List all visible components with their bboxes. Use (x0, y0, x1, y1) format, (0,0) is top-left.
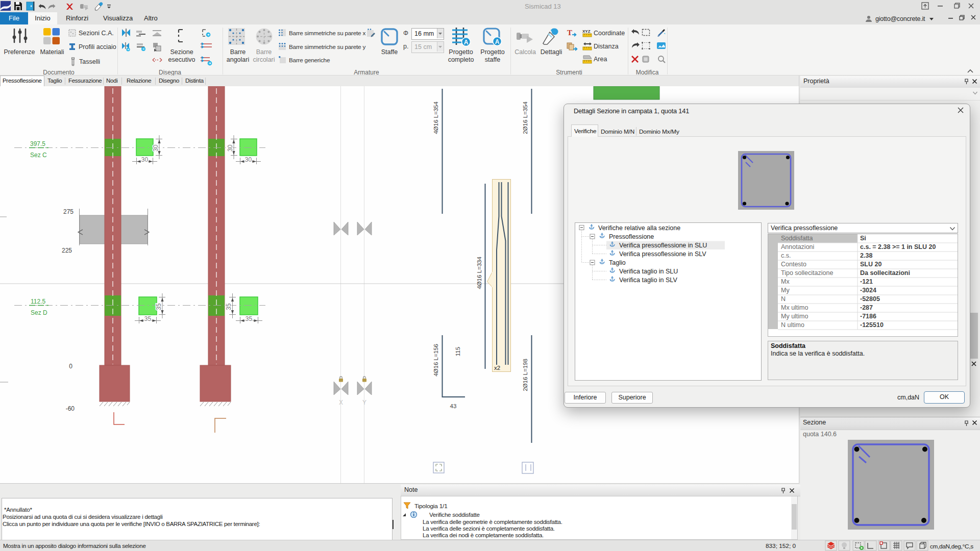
svg-text:Sez D: Sez D (31, 309, 47, 316)
svg-text:Y: Y (362, 399, 366, 406)
svg-text:SLU 20: SLU 20 (860, 261, 881, 268)
svg-text:4Ø16 L=354: 4Ø16 L=354 (433, 102, 439, 134)
svg-text:N: N (781, 295, 786, 303)
svg-text:397.5: 397.5 (30, 140, 45, 147)
svg-text:-3024: -3024 (860, 287, 876, 294)
svg-text:Da sollecitazioni: Da sollecitazioni (860, 269, 910, 277)
svg-text:Contesto: Contesto (781, 261, 806, 268)
svg-text:Si: Si (860, 235, 866, 242)
svg-text:My: My (781, 287, 790, 294)
svg-text:-7186: -7186 (860, 313, 876, 320)
svg-text:Sez C: Sez C (30, 152, 47, 159)
svg-text:c.s. = 2.38 >= 1 in SLU 20: c.s. = 2.38 >= 1 in SLU 20 (860, 243, 936, 251)
svg-text:30: 30 (245, 156, 252, 163)
svg-text:275: 275 (63, 208, 74, 215)
svg-text:35: 35 (155, 303, 162, 310)
svg-text:Mx ultimo: Mx ultimo (781, 304, 808, 311)
svg-text:X: X (339, 399, 343, 406)
svg-text:2Ø16 L=198: 2Ø16 L=198 (522, 359, 528, 391)
svg-text:43: 43 (450, 403, 457, 409)
svg-text:-121: -121 (860, 278, 873, 285)
svg-text:4Ø16 L=334: 4Ø16 L=334 (476, 257, 482, 289)
svg-text:My ultimo: My ultimo (781, 313, 808, 320)
svg-text:30: 30 (227, 144, 234, 152)
svg-text:Verifica pressoflessione in SL: Verifica pressoflessione in SLV (619, 251, 706, 258)
svg-text:T: T (567, 29, 572, 37)
svg-text:A: A (495, 38, 500, 45)
svg-text:A: A (464, 39, 469, 46)
svg-text:Verifica pressoflessione in SL: Verifica pressoflessione in SLU (619, 242, 707, 249)
svg-text:35: 35 (246, 315, 253, 322)
svg-text:2.38: 2.38 (860, 252, 872, 259)
svg-text:2Ø16 L=354: 2Ø16 L=354 (522, 102, 528, 134)
svg-text:Soddisfatta: Soddisfatta (781, 235, 813, 242)
svg-text:-125510: -125510 (860, 321, 884, 329)
svg-text:225: 225 (62, 247, 72, 254)
svg-text:Mx: Mx (781, 278, 790, 285)
svg-text:c.s.: c.s. (781, 252, 791, 259)
svg-text:Verifica taglio in SLU: Verifica taglio in SLU (619, 268, 678, 275)
svg-text:-287: -287 (860, 304, 873, 311)
svg-text:Tipo sollecitazione: Tipo sollecitazione (781, 269, 833, 277)
svg-text:Pressoflessione: Pressoflessione (609, 233, 654, 240)
svg-text:N ultimo: N ultimo (781, 321, 804, 329)
svg-text:112.5: 112.5 (31, 298, 45, 305)
svg-text:115: 115 (455, 347, 461, 356)
svg-text:x2: x2 (494, 365, 500, 371)
svg-text:Verifiche relative alla sezion: Verifiche relative alla sezione (598, 224, 680, 232)
svg-text:35: 35 (225, 303, 232, 310)
svg-text:30: 30 (141, 156, 149, 163)
svg-text:-52805: -52805 (860, 295, 880, 303)
svg-text:Verifica taglio in SLV: Verifica taglio in SLV (619, 277, 677, 284)
svg-text:Taglio: Taglio (609, 259, 626, 266)
svg-text:Annotazioni: Annotazioni (781, 243, 814, 251)
svg-text:35: 35 (144, 315, 152, 322)
svg-text:-60: -60 (66, 405, 75, 412)
svg-text:30: 30 (152, 144, 159, 152)
svg-text:XYZ: XYZ (582, 29, 591, 34)
svg-text:4Ø16 L=156: 4Ø16 L=156 (433, 344, 439, 377)
svg-text:0: 0 (69, 363, 72, 370)
